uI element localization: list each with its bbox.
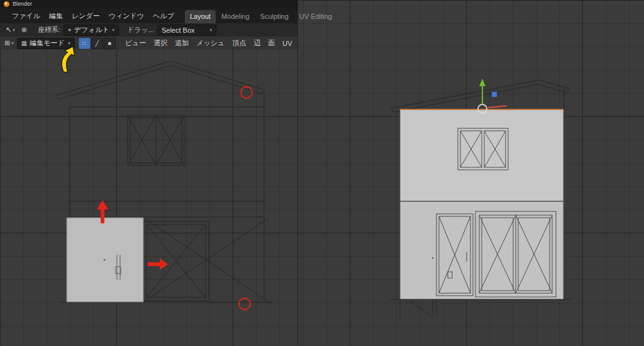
workspace-tab-layout[interactable]: Layout [185, 10, 216, 23]
vertex-select-button[interactable]: ∷ [79, 38, 91, 49]
blender-logo-icon [4, 1, 9, 7]
orientation-label: 座標系: [38, 25, 60, 35]
workspace-tab-sculpting[interactable]: Sculpting [255, 10, 294, 23]
orientation-value: デフォルト [74, 25, 109, 35]
menu-face[interactable]: 面 [264, 37, 279, 49]
viewport-right[interactable] [297, 0, 644, 346]
drag-label: ドラッ... [127, 25, 154, 35]
top-menubar: ファイル 編集 レンダー ウィンドウ ヘルプ Layout Modeling S… [0, 8, 297, 23]
workspace-tab-modeling[interactable]: Modeling [216, 10, 255, 23]
select-mode-buttons: ∷ ╱ ■ [79, 38, 116, 49]
face-select-button[interactable]: ■ [104, 38, 116, 49]
move-tool-icon[interactable]: ⊕ [19, 25, 29, 35]
editor-type-icon[interactable]: ⊞▾ [3, 38, 16, 48]
orientation-icon: ⌖ [68, 26, 72, 34]
viewport-header: ⊞▾ ▦ 編集モード ▾ ∷ ╱ ■ ビュー 選択 追加 メッシュ 頂点 辺 面… [0, 36, 297, 50]
menu-file[interactable]: ファイル [8, 10, 45, 22]
select-tool-value: Select Box [162, 26, 195, 34]
menu-view[interactable]: ビュー [121, 37, 150, 49]
blender-window: Blender ファイル 編集 レンダー ウィンドウ ヘルプ Layout Mo… [0, 0, 297, 346]
chevron-down-icon: ▾ [68, 41, 70, 46]
menu-help[interactable]: ヘルプ [148, 10, 179, 22]
window-title: Blender [13, 0, 32, 8]
menu-render[interactable]: レンダー [67, 10, 104, 22]
tweak-tool-icon: ↖ [6, 26, 11, 34]
menu-add[interactable]: 追加 [171, 37, 192, 49]
workspace-tab-uv-editing[interactable]: UV Editing [294, 10, 337, 23]
orientation-dropdown[interactable]: ⌖ デフォルト ▾ [64, 25, 119, 36]
select-tool-dropdown[interactable]: Select Box ▾ [157, 25, 216, 36]
menu-uv[interactable]: UV [279, 38, 296, 48]
active-tool-icon[interactable]: ↖▾ [4, 25, 17, 35]
mode-dropdown[interactable]: ▦ 編集モード ▾ [17, 38, 75, 49]
menu-window[interactable]: ウィンドウ [104, 10, 148, 22]
tool-settings-bar: ↖▾ ⊕ 座標系: ⌖ デフォルト ▾ ドラッ... Select Box ▾ [0, 23, 297, 36]
mode-value: 編集モード [30, 38, 65, 48]
menu-mesh[interactable]: メッシュ [192, 37, 228, 49]
viewport-editor-icon: ⊞ [4, 39, 10, 47]
edit-mode-icon: ▦ [21, 40, 27, 47]
edge-select-button[interactable]: ╱ [91, 38, 103, 49]
chevron-down-icon: ▾ [113, 28, 115, 33]
viewport-left[interactable] [0, 50, 297, 346]
blender-screenshot: Blender ファイル 編集 レンダー ウィンドウ ヘルプ Layout Mo… [0, 0, 644, 346]
window-titlebar[interactable]: Blender [0, 0, 297, 8]
menu-edge[interactable]: 辺 [250, 37, 264, 49]
chevron-down-icon: ▾ [13, 28, 15, 33]
menu-select[interactable]: 選択 [150, 37, 171, 49]
menu-vertex[interactable]: 頂点 [228, 37, 250, 49]
menu-edit[interactable]: 編集 [45, 10, 67, 22]
chevron-down-icon: ▾ [11, 41, 14, 46]
chevron-down-icon: ▾ [209, 28, 212, 33]
workspace-tabs: Layout Modeling Sculpting UV Editing [185, 8, 337, 23]
